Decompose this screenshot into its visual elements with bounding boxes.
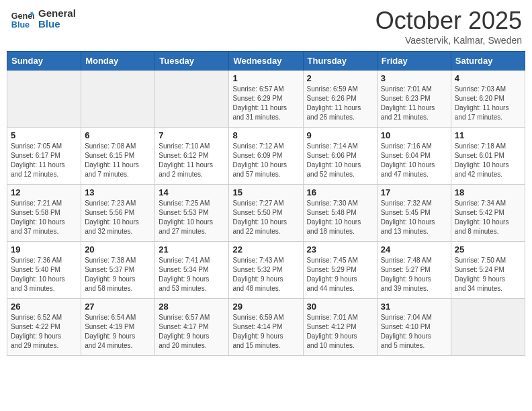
day-number: 12	[11, 187, 77, 197]
calendar-cell: 19Sunrise: 7:36 AM Sunset: 5:40 PM Dayli…	[7, 242, 81, 299]
calendar-cell: 13Sunrise: 7:23 AM Sunset: 5:56 PM Dayli…	[81, 185, 155, 242]
calendar-cell: 22Sunrise: 7:43 AM Sunset: 5:32 PM Dayli…	[229, 242, 303, 299]
day-info: Sunrise: 7:32 AM Sunset: 5:45 PM Dayligh…	[381, 199, 447, 236]
day-header-wednesday: Wednesday	[229, 52, 303, 71]
day-number: 27	[85, 302, 151, 312]
calendar-cell: 11Sunrise: 7:18 AM Sunset: 6:01 PM Dayli…	[451, 128, 525, 185]
calendar-cell: 28Sunrise: 6:57 AM Sunset: 4:17 PM Dayli…	[155, 299, 229, 356]
calendar-cell: 26Sunrise: 6:52 AM Sunset: 4:22 PM Dayli…	[7, 299, 81, 356]
day-number: 14	[159, 187, 225, 197]
day-info: Sunrise: 7:05 AM Sunset: 6:17 PM Dayligh…	[11, 142, 77, 179]
day-info: Sunrise: 7:01 AM Sunset: 4:12 PM Dayligh…	[307, 313, 373, 351]
calendar-cell: 2Sunrise: 6:59 AM Sunset: 6:26 PM Daylig…	[303, 71, 377, 128]
calendar-cell: 10Sunrise: 7:16 AM Sunset: 6:04 PM Dayli…	[377, 128, 451, 185]
calendar-cell	[7, 71, 81, 128]
day-info: Sunrise: 7:01 AM Sunset: 6:23 PM Dayligh…	[381, 85, 447, 122]
calendar-cell: 20Sunrise: 7:38 AM Sunset: 5:37 PM Dayli…	[81, 242, 155, 299]
day-info: Sunrise: 7:03 AM Sunset: 6:20 PM Dayligh…	[455, 85, 521, 122]
calendar-cell: 29Sunrise: 6:59 AM Sunset: 4:14 PM Dayli…	[229, 299, 303, 356]
day-header-tuesday: Tuesday	[155, 52, 229, 71]
logo-general: General	[38, 8, 76, 19]
calendar-cell: 12Sunrise: 7:21 AM Sunset: 5:58 PM Dayli…	[7, 185, 81, 242]
day-header-sunday: Sunday	[7, 52, 81, 71]
day-number: 1	[232, 73, 299, 83]
day-info: Sunrise: 7:25 AM Sunset: 5:53 PM Dayligh…	[159, 199, 225, 236]
day-info: Sunrise: 7:50 AM Sunset: 5:24 PM Dayligh…	[455, 256, 521, 293]
calendar-cell: 27Sunrise: 6:54 AM Sunset: 4:19 PM Dayli…	[81, 299, 155, 356]
calendar-cell	[451, 299, 525, 356]
day-number: 28	[159, 302, 225, 312]
day-info: Sunrise: 7:36 AM Sunset: 5:40 PM Dayligh…	[11, 256, 77, 293]
calendar-cell: 24Sunrise: 7:48 AM Sunset: 5:27 PM Dayli…	[377, 242, 451, 299]
day-info: Sunrise: 7:08 AM Sunset: 6:15 PM Dayligh…	[85, 142, 151, 179]
calendar-cell: 14Sunrise: 7:25 AM Sunset: 5:53 PM Dayli…	[155, 185, 229, 242]
day-number: 17	[381, 187, 447, 197]
day-number: 25	[455, 244, 521, 255]
calendar-week-5: 26Sunrise: 6:52 AM Sunset: 4:22 PM Dayli…	[7, 299, 525, 356]
day-info: Sunrise: 7:38 AM Sunset: 5:37 PM Dayligh…	[85, 256, 151, 293]
day-info: Sunrise: 7:12 AM Sunset: 6:09 PM Dayligh…	[232, 142, 299, 179]
day-info: Sunrise: 7:04 AM Sunset: 4:10 PM Dayligh…	[381, 313, 447, 351]
day-info: Sunrise: 6:59 AM Sunset: 6:26 PM Dayligh…	[307, 85, 373, 122]
day-info: Sunrise: 7:10 AM Sunset: 6:12 PM Dayligh…	[159, 142, 225, 179]
day-number: 18	[455, 187, 521, 197]
calendar-week-4: 19Sunrise: 7:36 AM Sunset: 5:40 PM Dayli…	[7, 242, 525, 299]
calendar-cell: 18Sunrise: 7:34 AM Sunset: 5:42 PM Dayli…	[451, 185, 525, 242]
day-info: Sunrise: 7:43 AM Sunset: 5:32 PM Dayligh…	[232, 256, 299, 293]
day-number: 24	[381, 244, 447, 255]
page-header: General Blue General Blue October 2025 V…	[7, 7, 525, 46]
day-info: Sunrise: 7:41 AM Sunset: 5:34 PM Dayligh…	[159, 256, 225, 293]
calendar-cell	[155, 71, 229, 128]
calendar-cell: 7Sunrise: 7:10 AM Sunset: 6:12 PM Daylig…	[155, 128, 229, 185]
calendar-cell: 15Sunrise: 7:27 AM Sunset: 5:50 PM Dayli…	[229, 185, 303, 242]
day-info: Sunrise: 7:18 AM Sunset: 6:01 PM Dayligh…	[455, 142, 521, 179]
day-info: Sunrise: 6:57 AM Sunset: 4:17 PM Dayligh…	[159, 313, 225, 351]
calendar-cell: 23Sunrise: 7:45 AM Sunset: 5:29 PM Dayli…	[303, 242, 377, 299]
day-number: 5	[11, 130, 77, 140]
day-number: 29	[232, 302, 299, 312]
day-header-thursday: Thursday	[303, 52, 377, 71]
day-number: 9	[307, 130, 373, 140]
day-number: 23	[307, 244, 373, 255]
calendar-cell: 1Sunrise: 6:57 AM Sunset: 6:29 PM Daylig…	[229, 71, 303, 128]
day-number: 6	[85, 130, 151, 140]
day-number: 30	[307, 302, 373, 312]
calendar-header-row: SundayMondayTuesdayWednesdayThursdayFrid…	[7, 52, 525, 71]
day-number: 13	[85, 187, 151, 197]
logo-icon: General Blue	[10, 7, 34, 31]
calendar-cell: 17Sunrise: 7:32 AM Sunset: 5:45 PM Dayli…	[377, 185, 451, 242]
day-info: Sunrise: 7:27 AM Sunset: 5:50 PM Dayligh…	[232, 199, 299, 236]
day-info: Sunrise: 6:57 AM Sunset: 6:29 PM Dayligh…	[232, 85, 299, 122]
day-number: 22	[232, 244, 299, 255]
day-number: 21	[159, 244, 225, 255]
day-number: 20	[85, 244, 151, 255]
calendar-cell: 21Sunrise: 7:41 AM Sunset: 5:34 PM Dayli…	[155, 242, 229, 299]
day-number: 3	[381, 73, 447, 83]
calendar-cell: 5Sunrise: 7:05 AM Sunset: 6:17 PM Daylig…	[7, 128, 81, 185]
logo-blue: Blue	[38, 19, 76, 30]
day-info: Sunrise: 7:21 AM Sunset: 5:58 PM Dayligh…	[11, 199, 77, 236]
calendar-week-1: 1Sunrise: 6:57 AM Sunset: 6:29 PM Daylig…	[7, 71, 525, 128]
day-info: Sunrise: 7:23 AM Sunset: 5:56 PM Dayligh…	[85, 199, 151, 236]
calendar-table: SundayMondayTuesdayWednesdayThursdayFrid…	[7, 51, 525, 356]
calendar-week-2: 5Sunrise: 7:05 AM Sunset: 6:17 PM Daylig…	[7, 128, 525, 185]
day-number: 8	[232, 130, 299, 140]
day-info: Sunrise: 6:59 AM Sunset: 4:14 PM Dayligh…	[232, 313, 299, 351]
day-number: 19	[11, 244, 77, 255]
day-number: 4	[455, 73, 521, 83]
month-title: October 2025	[375, 7, 522, 35]
day-number: 10	[381, 130, 447, 140]
calendar-cell: 8Sunrise: 7:12 AM Sunset: 6:09 PM Daylig…	[229, 128, 303, 185]
day-number: 31	[381, 302, 447, 312]
day-info: Sunrise: 7:45 AM Sunset: 5:29 PM Dayligh…	[307, 256, 373, 293]
day-info: Sunrise: 7:48 AM Sunset: 5:27 PM Dayligh…	[381, 256, 447, 293]
calendar-cell: 4Sunrise: 7:03 AM Sunset: 6:20 PM Daylig…	[451, 71, 525, 128]
day-number: 7	[159, 130, 225, 140]
calendar-cell	[81, 71, 155, 128]
day-header-friday: Friday	[377, 52, 451, 71]
calendar-cell: 16Sunrise: 7:30 AM Sunset: 5:48 PM Dayli…	[303, 185, 377, 242]
day-info: Sunrise: 7:14 AM Sunset: 6:06 PM Dayligh…	[307, 142, 373, 179]
day-info: Sunrise: 7:34 AM Sunset: 5:42 PM Dayligh…	[455, 199, 521, 236]
day-number: 16	[307, 187, 373, 197]
day-number: 2	[307, 73, 373, 83]
